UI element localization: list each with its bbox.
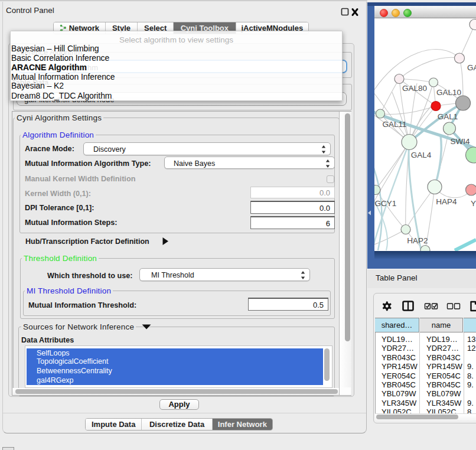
svg-text:GAL10: GAL10	[436, 88, 461, 97]
svg-text:GAL1: GAL1	[438, 112, 458, 121]
svg-text:GAL80: GAL80	[402, 84, 427, 93]
svg-text:GAL11: GAL11	[382, 120, 406, 129]
svg-text:YEL0: YEL0	[471, 199, 476, 208]
svg-text:HAP2: HAP2	[407, 236, 428, 245]
svg-text:GAL4: GAL4	[411, 151, 432, 159]
svg-text:GAL2: GAL2	[467, 63, 476, 72]
svg-text:GCY1: GCY1	[375, 199, 397, 208]
svg-text:HAP4: HAP4	[436, 197, 457, 206]
svg-text:SWI4: SWI4	[450, 137, 470, 146]
